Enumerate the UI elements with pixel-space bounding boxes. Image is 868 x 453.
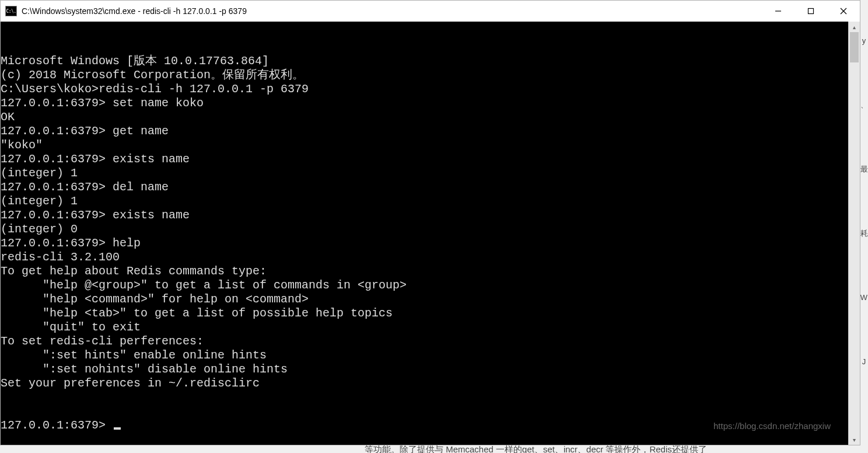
close-button[interactable] <box>827 1 860 22</box>
terminal-line: redis-cli 3.2.100 <box>1 250 848 264</box>
cmd-icon-text: C:\. <box>6 9 16 14</box>
right-strip-char: 耗 <box>860 216 868 251</box>
terminal-line: (c) 2018 Microsoft Corporation。保留所有权利。 <box>1 68 848 82</box>
terminal-area: Microsoft Windows [版本 10.0.17763.864](c)… <box>1 22 860 445</box>
terminal-line: (integer) 1 <box>1 166 848 180</box>
terminal-line: 127.0.0.1:6379> set name koko <box>1 96 848 110</box>
terminal-prompt: 127.0.0.1:6379> <box>1 419 113 432</box>
minimize-icon <box>775 8 782 15</box>
terminal-prompt-line: 127.0.0.1:6379> <box>1 419 848 433</box>
terminal-line: To set redis-cli perferences: <box>1 334 848 349</box>
window-controls <box>762 1 860 22</box>
scroll-up-arrow-icon[interactable]: ▴ <box>849 22 860 32</box>
terminal-line: ":set nohints" disable online hints <box>1 363 848 377</box>
cmd-icon: C:\. <box>5 6 17 16</box>
right-strip-char: 最 <box>860 152 868 187</box>
terminal-line: 127.0.0.1:6379> exists name <box>1 208 848 222</box>
scrollbar-thumb[interactable] <box>850 32 859 62</box>
terminal-line: 127.0.0.1:6379> exists name <box>1 152 848 166</box>
terminal-line: "koko" <box>1 138 848 152</box>
vertical-scrollbar[interactable]: ▴ ▾ <box>848 22 860 445</box>
minimize-button[interactable] <box>762 1 794 22</box>
terminal-line: 127.0.0.1:6379> help <box>1 236 848 250</box>
right-strip-char: W <box>860 280 868 315</box>
cursor <box>114 427 121 430</box>
titlebar[interactable]: C:\. C:\Windows\system32\cmd.exe - redis… <box>1 1 860 22</box>
scroll-down-arrow-icon[interactable]: ▾ <box>849 434 860 445</box>
cmd-window: C:\. C:\Windows\system32\cmd.exe - redis… <box>0 0 860 445</box>
terminal-content[interactable]: Microsoft Windows [版本 10.0.17763.864](c)… <box>1 22 848 445</box>
terminal-line: 127.0.0.1:6379> del name <box>1 180 848 194</box>
right-strip-char: 、 <box>860 88 868 123</box>
terminal-line: (integer) 1 <box>1 194 848 208</box>
terminal-line: "help <command>" for help on <command> <box>1 292 848 306</box>
window-title: C:\Windows\system32\cmd.exe - redis-cli … <box>22 6 762 16</box>
terminal-line: "help @<group>" to get a list of command… <box>1 278 848 292</box>
right-strip-char: y <box>860 23 868 58</box>
right-strip-char: J <box>860 344 868 379</box>
terminal-line: "quit" to exit <box>1 320 848 334</box>
page-right-strip: y、最耗WJ <box>860 23 868 409</box>
terminal-line: (integer) 0 <box>1 222 848 236</box>
close-icon <box>840 8 847 15</box>
terminal-line: Set your preferences in ~/.redisclirc <box>1 377 848 391</box>
maximize-icon <box>807 8 814 15</box>
terminal-line: "help <tab>" to get a list of possible h… <box>1 306 848 320</box>
svg-rect-1 <box>808 9 814 14</box>
terminal-line: Microsoft Windows [版本 10.0.17763.864] <box>1 54 848 68</box>
terminal-line: To get help about Redis commands type: <box>1 264 848 278</box>
page-bottom-partial-text: 等功能。除了提供与 Memcached 一样的get、set、incr、decr… <box>365 444 868 453</box>
terminal-line: OK <box>1 110 848 124</box>
terminal-line: ":set hints" enable online hints <box>1 349 848 363</box>
terminal-line: C:\Users\koko>redis-cli -h 127.0.0.1 -p … <box>1 82 848 96</box>
maximize-button[interactable] <box>794 1 827 22</box>
terminal-line: 127.0.0.1:6379> get name <box>1 124 848 138</box>
